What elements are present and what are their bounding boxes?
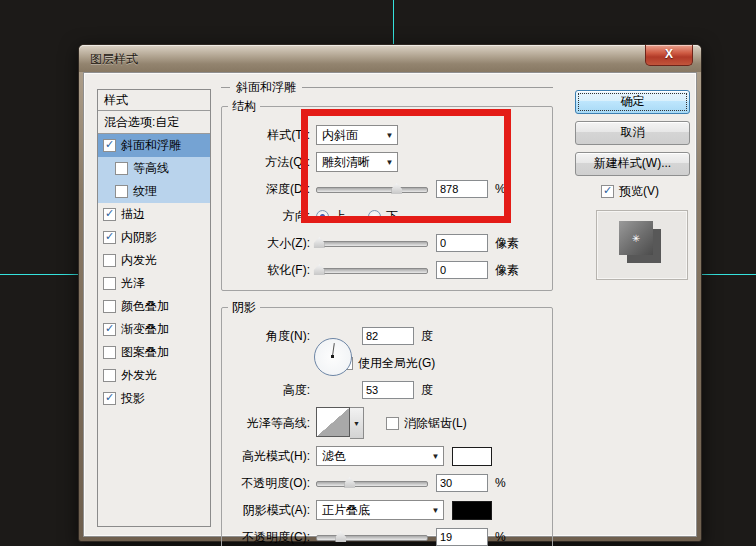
shadow-color-swatch[interactable] bbox=[452, 501, 492, 520]
canvas-guide-horizontal-left bbox=[0, 274, 80, 275]
depth-unit: % bbox=[495, 182, 506, 196]
sidebar-item-color-overlay[interactable]: ✓ 颜色叠加 bbox=[98, 295, 210, 318]
pattern-overlay-checkbox[interactable]: ✓ bbox=[103, 346, 116, 359]
close-button[interactable]: X bbox=[645, 45, 693, 66]
anti-aliased-checkbox[interactable]: ✓ bbox=[386, 417, 399, 430]
gloss-contour-label: 光泽等高线: bbox=[222, 415, 316, 432]
size-input[interactable] bbox=[436, 234, 488, 252]
soften-slider[interactable] bbox=[316, 263, 428, 277]
preview-row[interactable]: ✓ 预览(V) bbox=[601, 183, 693, 200]
highlight-color-swatch[interactable] bbox=[452, 447, 492, 466]
check-icon: ✓ bbox=[105, 323, 114, 334]
altitude-input[interactable] bbox=[362, 381, 414, 399]
highlight-opacity-slider[interactable] bbox=[316, 476, 428, 490]
soften-input[interactable] bbox=[436, 261, 488, 279]
depth-slider-thumb[interactable] bbox=[391, 183, 402, 194]
contour-thumbnail[interactable] bbox=[316, 407, 350, 437]
chevron-down-icon[interactable]: ▼ bbox=[350, 407, 364, 439]
direction-row: 方向: 上 下 bbox=[222, 206, 544, 226]
bevel-emboss-checkbox[interactable]: ✓ bbox=[103, 139, 116, 152]
highlight-opacity-row: 不透明度(O): % bbox=[222, 473, 544, 493]
anti-aliased-row[interactable]: ✓ 消除锯齿(L) bbox=[386, 415, 467, 432]
highlight-opacity-thumb[interactable] bbox=[344, 477, 355, 488]
texture-checkbox[interactable]: ✓ bbox=[115, 185, 128, 198]
stroke-checkbox[interactable]: ✓ bbox=[103, 208, 116, 221]
sidebar-item-contour[interactable]: ✓ 等高线 bbox=[98, 157, 210, 180]
inner-glow-checkbox[interactable]: ✓ bbox=[103, 254, 116, 267]
sidebar-item-label: 等高线 bbox=[133, 160, 169, 177]
outer-glow-checkbox[interactable]: ✓ bbox=[103, 369, 116, 382]
highlight-mode-row: 高光模式(H): 滤色 ▼ bbox=[222, 446, 544, 466]
sidebar-item-outer-glow[interactable]: ✓ 外发光 bbox=[98, 364, 210, 387]
close-icon: X bbox=[665, 47, 673, 61]
preview-checkbox[interactable]: ✓ bbox=[601, 185, 614, 198]
size-slider[interactable] bbox=[316, 236, 428, 250]
direction-up-label: 上 bbox=[334, 208, 346, 225]
direction-down-radio[interactable] bbox=[368, 210, 381, 223]
shadow-opacity-slider[interactable] bbox=[316, 530, 428, 544]
check-icon: ✓ bbox=[105, 139, 114, 150]
sidebar-item-drop-shadow[interactable]: ✓ 投影 bbox=[98, 387, 210, 410]
asterisk-icon: ✳ bbox=[632, 233, 640, 244]
direction-down-label: 下 bbox=[386, 208, 398, 225]
style-row: 样式(T): 内斜面 ▼ bbox=[222, 125, 544, 145]
technique-dropdown[interactable]: 雕刻清晰 ▼ bbox=[316, 152, 398, 172]
sidebar-item-label: 图案叠加 bbox=[121, 344, 169, 361]
highlight-opacity-input[interactable] bbox=[436, 474, 488, 492]
highlight-mode-label: 高光模式(H): bbox=[222, 448, 316, 465]
size-row: 大小(Z): 像素 bbox=[222, 233, 544, 253]
depth-slider[interactable] bbox=[316, 182, 428, 196]
sidebar-item-texture[interactable]: ✓ 纹理 bbox=[98, 180, 210, 203]
gloss-contour-picker[interactable]: ▼ bbox=[316, 407, 364, 439]
satin-checkbox[interactable]: ✓ bbox=[103, 277, 116, 290]
global-light-row[interactable]: ✓ 使用全局光(G) bbox=[340, 353, 544, 373]
sidebar-item-inner-shadow[interactable]: ✓ 内阴影 bbox=[98, 226, 210, 249]
color-overlay-checkbox[interactable]: ✓ bbox=[103, 300, 116, 313]
inner-shadow-checkbox[interactable]: ✓ bbox=[103, 231, 116, 244]
new-style-button[interactable]: 新建样式(W)... bbox=[575, 152, 690, 176]
sidebar-item-label: 内发光 bbox=[121, 252, 157, 269]
sidebar-item-label: 投影 bbox=[121, 390, 145, 407]
ok-button[interactable]: 确定 bbox=[575, 90, 690, 114]
sidebar-item-bevel-emboss[interactable]: ✓ 斜面和浮雕 bbox=[98, 134, 210, 157]
direction-up-radio[interactable] bbox=[316, 210, 329, 223]
angle-unit: 度 bbox=[421, 328, 433, 345]
drop-shadow-checkbox[interactable]: ✓ bbox=[103, 392, 116, 405]
check-icon: ✓ bbox=[105, 231, 114, 242]
soften-slider-thumb[interactable] bbox=[314, 264, 325, 275]
sidebar-item-gradient-overlay[interactable]: ✓ 渐变叠加 bbox=[98, 318, 210, 341]
shadow-opacity-row: 不透明度(C): % bbox=[222, 527, 544, 546]
shadow-opacity-input[interactable] bbox=[436, 528, 488, 546]
preview-label: 预览(V) bbox=[619, 183, 659, 200]
shadow-opacity-thumb[interactable] bbox=[335, 531, 346, 542]
preview-front-square: ✳ bbox=[619, 221, 653, 255]
angle-dial[interactable] bbox=[314, 338, 352, 376]
cancel-button[interactable]: 取消 bbox=[575, 121, 690, 145]
shadow-opacity-label: 不透明度(C): bbox=[222, 529, 316, 546]
contour-checkbox[interactable]: ✓ bbox=[115, 162, 128, 175]
sidebar-item-inner-glow[interactable]: ✓ 内发光 bbox=[98, 249, 210, 272]
sidebar-item-satin[interactable]: ✓ 光泽 bbox=[98, 272, 210, 295]
soften-unit: 像素 bbox=[495, 262, 519, 279]
shadow-mode-dropdown[interactable]: 正片叠底 ▼ bbox=[316, 500, 444, 520]
style-preview-thumbnail: ✳ bbox=[596, 210, 688, 280]
shadow-opacity-unit: % bbox=[495, 530, 506, 544]
sidebar-item-stroke[interactable]: ✓ 描边 bbox=[98, 203, 210, 226]
structure-legend: 结构 bbox=[228, 98, 260, 115]
dialog-titlebar[interactable]: 图层样式 X bbox=[79, 45, 701, 72]
depth-row: 深度(D): % bbox=[222, 179, 544, 199]
gradient-overlay-checkbox[interactable]: ✓ bbox=[103, 323, 116, 336]
sidebar-item-label: 外发光 bbox=[121, 367, 157, 384]
technique-label: 方法(Q): bbox=[222, 154, 316, 171]
chevron-down-icon: ▼ bbox=[428, 452, 443, 461]
check-icon: ✓ bbox=[105, 392, 114, 403]
sidebar-item-blending-options[interactable]: 混合选项:自定 bbox=[98, 111, 210, 134]
angle-input[interactable] bbox=[362, 327, 414, 345]
sidebar-item-pattern-overlay[interactable]: ✓ 图案叠加 bbox=[98, 341, 210, 364]
highlight-opacity-label: 不透明度(O): bbox=[222, 475, 316, 492]
dialog-client-area: 样式 混合选项:自定 ✓ 斜面和浮雕 ✓ 等高线 ✓ 纹理 ✓ 描边 bbox=[83, 72, 697, 537]
highlight-mode-dropdown[interactable]: 滤色 ▼ bbox=[316, 446, 444, 466]
depth-input[interactable] bbox=[436, 180, 488, 198]
size-slider-thumb[interactable] bbox=[314, 237, 325, 248]
style-dropdown[interactable]: 内斜面 ▼ bbox=[316, 125, 398, 145]
